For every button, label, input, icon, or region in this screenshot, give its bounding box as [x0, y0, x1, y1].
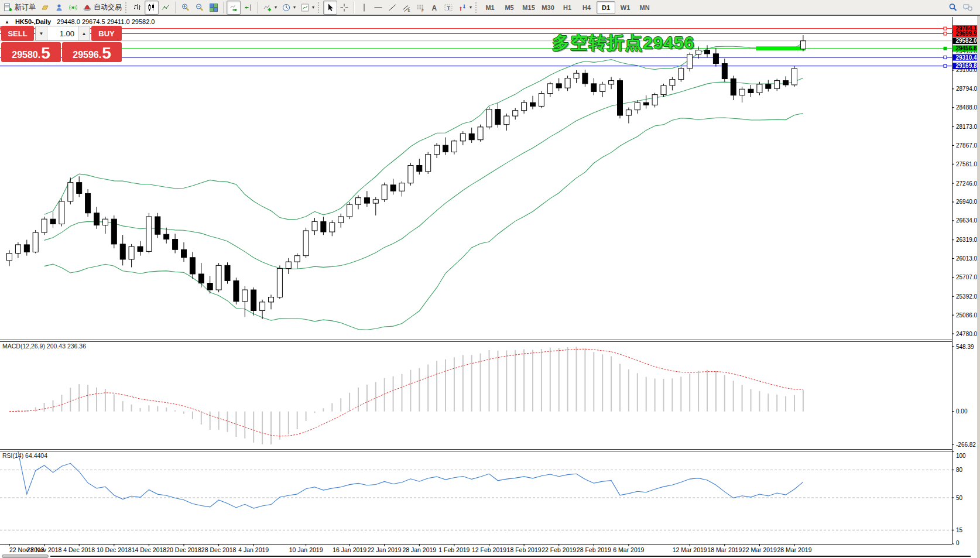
candle-body: [451, 141, 457, 152]
chart-shift-button[interactable]: [241, 1, 255, 15]
volume-increase-button[interactable]: ▲: [78, 26, 90, 40]
trendline-button[interactable]: [385, 1, 399, 15]
indicators-button[interactable]: ▾: [261, 1, 279, 15]
sell-price-box[interactable]: 29580. 5: [1, 42, 61, 62]
price-tick-label: 25392.0: [956, 293, 978, 300]
macd-scale-label: 548.39: [956, 344, 974, 350]
search-button[interactable]: [946, 1, 960, 15]
candle-body: [24, 245, 29, 252]
candle-body: [399, 183, 405, 191]
svg-text:A: A: [432, 4, 437, 12]
candle-body: [390, 185, 396, 191]
bar-chart-icon: [133, 3, 142, 12]
templates-button[interactable]: ▾: [298, 1, 317, 15]
macd-scale-label: 0.00: [956, 408, 968, 415]
candle-body: [7, 254, 12, 261]
timeframe-D1[interactable]: D1: [597, 1, 615, 14]
date-label: 20 Dec 2018: [166, 546, 201, 553]
highlight-segment[interactable]: [756, 46, 806, 50]
timeframe-W1[interactable]: W1: [616, 1, 635, 14]
line-chart-button[interactable]: [159, 1, 173, 15]
level-marker: [944, 27, 947, 30]
periods-button[interactable]: ▾: [279, 1, 298, 15]
metaeditor-button[interactable]: [38, 1, 52, 15]
candle-body: [146, 217, 152, 251]
price-tick-label: 27246.0: [956, 180, 978, 187]
candle-body: [286, 262, 291, 268]
symbol-period-label: HK50-,Daily: [15, 18, 51, 25]
price-level-lines[interactable]: [0, 27, 952, 68]
rsi-scale-label: 100: [956, 453, 966, 459]
vertical-line-button[interactable]: [357, 1, 371, 15]
candle-body: [59, 201, 64, 224]
text-button[interactable]: A: [427, 1, 441, 15]
timeframe-H4[interactable]: H4: [577, 1, 596, 14]
timeframe-M15[interactable]: M15: [519, 1, 538, 14]
candle-body: [85, 193, 91, 213]
timeframe-H1[interactable]: H1: [558, 1, 577, 14]
new-order-button[interactable]: 新订单: [1, 1, 38, 15]
candle-body: [582, 73, 588, 84]
vertical-line-icon: [359, 3, 369, 12]
candle-body: [120, 244, 125, 259]
timeframe-group: M1M5M15M30H1H4D1W1MN: [481, 1, 654, 14]
candle-body: [216, 265, 221, 290]
timeframe-M1[interactable]: M1: [481, 1, 499, 14]
timeframe-M5[interactable]: M5: [500, 1, 519, 14]
volume-input[interactable]: 1.00: [47, 26, 78, 40]
crosshair-button[interactable]: [337, 1, 351, 15]
buy-price-box[interactable]: 29596. 5: [62, 42, 122, 62]
toolbar-separator: [354, 2, 355, 13]
arrows-button[interactable]: ▾: [455, 1, 474, 15]
auto-scroll-button[interactable]: [227, 1, 241, 15]
autotrading-button[interactable]: 自动交易: [80, 1, 124, 15]
sell-button[interactable]: SELL: [1, 26, 34, 41]
candlestick-chart-button[interactable]: [145, 1, 159, 15]
candle-body: [15, 245, 20, 254]
candle-body: [426, 155, 431, 172]
chat-button[interactable]: [960, 1, 975, 15]
buy-button[interactable]: BUY: [91, 26, 122, 41]
price-tick-label: 28488.0: [956, 104, 978, 111]
scrollbar-track[interactable]: [50, 556, 971, 557]
candle-body: [364, 198, 369, 203]
price-tick-label: 26634.0: [956, 217, 978, 224]
candle-body: [670, 80, 675, 85]
date-label: 14 Dec 2018: [132, 546, 167, 553]
chart-shift-icon: [243, 3, 252, 12]
cursor-button[interactable]: [323, 1, 337, 15]
candle-body: [547, 84, 553, 94]
price-axis: 29721.029415.029100.028794.028488.028173…: [952, 17, 978, 544]
candle-body: [94, 213, 100, 225]
collapse-triangle-icon[interactable]: ▲: [5, 19, 9, 25]
candle-body: [68, 183, 73, 201]
buy-price: 29596.: [73, 49, 101, 61]
date-label: 22 Feb 2019: [542, 546, 576, 553]
candle-body: [635, 102, 640, 110]
signals-button[interactable]: [66, 1, 80, 15]
horizontal-line-button[interactable]: [371, 1, 385, 15]
candle-body: [338, 217, 344, 222]
channel-button[interactable]: E: [399, 1, 413, 15]
level-marker: [944, 32, 947, 35]
timeframe-MN[interactable]: MN: [635, 1, 654, 14]
one-click-trading-panel: SELL ▼ 1.00 ▲ BUY 29580. 5 29596. 5: [1, 26, 122, 62]
mql5-community-button[interactable]: [52, 1, 66, 15]
chart-canvas[interactable]: 29721.029415.029100.028794.028488.028173…: [0, 16, 980, 558]
candle-body: [111, 219, 116, 244]
zoom-out-button[interactable]: [193, 1, 207, 15]
date-label: 16 Jan 2019: [333, 546, 366, 553]
tile-windows-button[interactable]: [207, 1, 221, 15]
zoom-in-button[interactable]: [179, 1, 193, 15]
new-order-label: 新订单: [15, 2, 36, 12]
label-button[interactable]: T: [441, 1, 455, 15]
volume-decrease-button[interactable]: ▼: [36, 26, 47, 40]
bar-chart-button[interactable]: [131, 1, 145, 15]
timeframe-M30[interactable]: M30: [539, 1, 557, 14]
candle-body: [460, 133, 465, 141]
price-tick-label: 27867.0: [956, 142, 978, 149]
new-order-icon: [4, 3, 13, 12]
candle-body: [373, 200, 378, 203]
fibonacci-button[interactable]: F: [413, 1, 427, 15]
scrollbar-thumb[interactable]: [2, 554, 49, 558]
